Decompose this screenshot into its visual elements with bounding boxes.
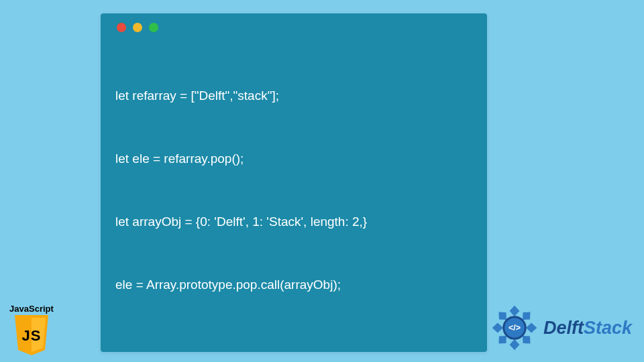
delftstack-word-dark: Delft [543,318,584,339]
svg-marker-6 [510,339,520,350]
svg-marker-4 [526,323,537,333]
code-line: let ele = refarray.pop(); [115,148,472,169]
svg-marker-2 [510,306,520,316]
traffic-dot-red [117,23,126,32]
code-line: ele = Array.prototype.pop.call(arrayObj)… [115,274,472,295]
delftstack-word-light: Stack [584,318,632,339]
traffic-dot-yellow [133,23,142,32]
window-traffic-lights [117,23,472,32]
code-panel: let refarray = ["Delft","stack"]; let el… [101,13,487,352]
delftstack-emblem-icon: </> [490,303,539,353]
delftstack-logo: </> DelftStack [490,303,632,353]
svg-marker-8 [492,323,503,333]
code-block: let refarray = ["Delft","stack"]; let el… [115,43,472,337]
javascript-badge: JavaScript JS [5,304,58,355]
traffic-dot-green [149,23,158,32]
javascript-label: JavaScript [5,304,58,314]
emblem-glyph: </> [508,323,521,333]
delftstack-wordmark: DelftStack [543,318,632,339]
code-line: let arrayObj = {0: 'Delft', 1: 'Stack', … [115,211,472,232]
code-line: let refarray = ["Delft","stack"]; [115,85,472,106]
javascript-shield-letters: JS [13,327,50,345]
javascript-shield-icon: JS [13,315,50,355]
